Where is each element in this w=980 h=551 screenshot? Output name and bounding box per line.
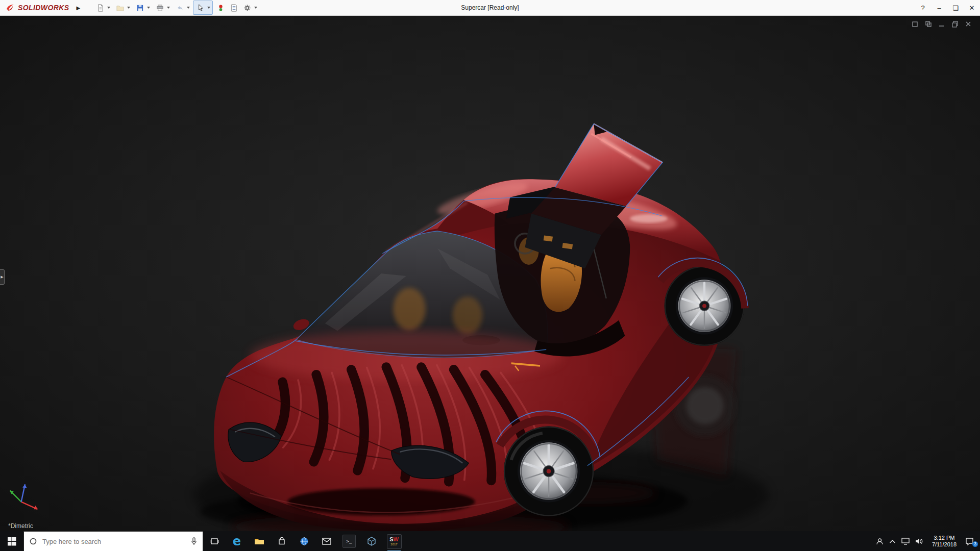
select-cursor-icon [197,4,204,12]
taskbar-clock[interactable]: 3:12 PM 7/11/2018 [929,535,960,548]
window-controls: ? – ❏ ✕ [915,0,980,15]
select-tool-group [193,1,213,15]
minimize-button[interactable]: – [931,0,947,15]
undo-button[interactable] [173,1,186,14]
document-title: Supercar [Read-only] [461,4,519,11]
gear-icon [243,4,251,12]
graphics-viewport[interactable]: ▶ *Dimetric [0,16,980,531]
show-window-icon[interactable] [925,20,932,28]
task-view-button[interactable] [203,531,226,551]
open-dropdown-arrow[interactable] [127,7,130,9]
undo-icon [176,4,184,12]
document-window-controls [912,20,972,28]
file-properties-icon [230,4,238,12]
file-explorer-button[interactable] [248,531,271,551]
taskbar: e >_ SW 2017 [0,531,980,551]
people-icon[interactable] [876,538,884,545]
clock-time: 3:12 PM [932,535,957,541]
select-dropdown-arrow[interactable] [207,7,210,9]
search-input[interactable] [41,537,186,546]
microphone-icon[interactable] [190,537,198,545]
open-folder-icon [116,4,124,12]
solidworks-app-icon: SW 2017 [387,534,402,549]
edge-icon: e [233,535,241,547]
select-button[interactable] [193,1,207,14]
task-view-icon [210,537,219,545]
main-toolbar [93,1,260,15]
new-document-icon [96,4,104,12]
command-prompt-button[interactable]: >_ [338,531,360,551]
options-button[interactable] [240,1,254,14]
help-button[interactable]: ? [915,0,931,15]
brand-text: SOLIDWORKS [18,4,69,12]
action-center-button[interactable]: 3 [965,538,977,545]
solidworks-taskbar-button[interactable]: SW 2017 [383,531,405,551]
print-dropdown-arrow[interactable] [167,7,170,9]
start-button[interactable] [0,531,23,551]
rebuild-icon [217,4,225,12]
speaker-icon[interactable] [915,538,923,545]
windows-logo-icon [8,537,16,546]
3d-builder-button[interactable] [360,531,383,551]
system-tray: 3:12 PM 7/11/2018 3 [876,531,980,551]
browser-button[interactable] [293,531,315,551]
doc-minimize-icon[interactable] [938,20,945,28]
print-icon [156,4,164,12]
undo-dropdown-arrow[interactable] [187,7,190,9]
3d-scene[interactable] [0,16,980,531]
new-dropdown-arrow[interactable] [107,7,110,9]
feature-tree-collapse-tab[interactable]: ▶ [0,269,5,285]
dassault-logo-icon [5,3,15,13]
print-button[interactable] [153,1,166,14]
close-button[interactable]: ✕ [964,0,980,15]
file-explorer-icon [254,537,264,545]
mail-icon [322,538,331,545]
new-window-icon[interactable] [912,20,919,28]
save-dropdown-arrow[interactable] [147,7,150,9]
command-prompt-icon: >_ [347,539,352,544]
view-orientation-label: *Dimetric [8,522,33,530]
taskbar-search[interactable] [23,531,203,551]
edge-button[interactable]: e [226,531,248,551]
restore-button[interactable]: ❏ [947,0,964,15]
rebuild-button[interactable] [214,1,227,14]
solidworks-logo: SOLIDWORKS [0,3,72,13]
new-document-button[interactable] [93,1,107,14]
save-button[interactable] [133,1,146,14]
notification-badge: 3 [972,541,978,547]
cortana-icon [29,537,37,545]
globe-icon [300,537,309,546]
save-icon [136,4,144,12]
clock-date: 7/11/2018 [932,541,957,548]
tray-expand-chevron-icon[interactable] [889,539,896,544]
mail-button[interactable] [315,531,338,551]
3d-cube-icon [367,537,376,546]
doc-close-icon[interactable] [965,20,972,28]
options-dropdown-arrow[interactable] [254,7,257,9]
doc-restore-icon[interactable] [951,20,959,28]
network-icon[interactable] [901,538,910,545]
store-button[interactable] [271,531,293,551]
menu-flyout-arrow[interactable]: ▶ [76,5,80,11]
file-properties-button[interactable] [227,1,240,14]
titlebar: SOLIDWORKS ▶ [0,0,980,16]
store-bag-icon [278,537,286,545]
open-button[interactable] [113,1,127,14]
